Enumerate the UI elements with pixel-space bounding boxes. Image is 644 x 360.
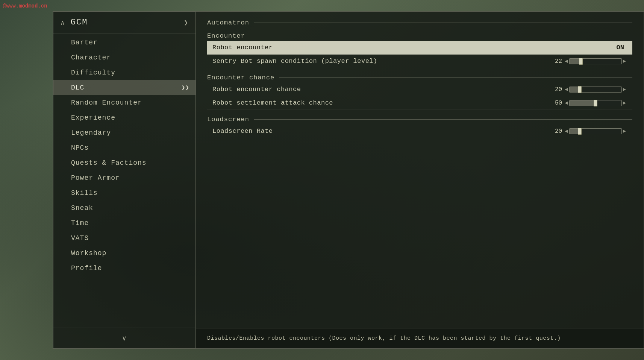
robot-encounter-chance-slider-container: 20 ◄ ►: [552, 86, 627, 93]
sidebar-item-legendary[interactable]: Legendary: [53, 125, 195, 140]
robot-encounter-chance-name: Robot encounter chance: [212, 86, 552, 93]
sentry-bot-name: Sentry Bot spawn condition (player level…: [212, 58, 552, 65]
sidebar-item-sneak[interactable]: Sneak: [53, 201, 195, 216]
encounter-line: [250, 36, 632, 36]
loadscreen-rate-decrease[interactable]: ◄: [564, 128, 569, 134]
sidebar-item-time[interactable]: Time: [53, 216, 195, 231]
nav-list: BarterCharacterDifficultyDLCRandom Encou…: [53, 33, 195, 328]
sidebar-item-barter[interactable]: Barter: [53, 35, 195, 50]
description-bar: Disables/Enables robot encounters (Does …: [196, 328, 644, 348]
sidebar-item-difficulty[interactable]: Difficulty: [53, 65, 195, 80]
scroll-up-icon[interactable]: ∧: [61, 18, 65, 27]
robot-encounter-name: Robot encounter: [212, 44, 617, 51]
gcm-footer: ∨: [53, 328, 195, 348]
automatron-label: Automatron: [207, 19, 249, 26]
sentry-bot-track[interactable]: [569, 58, 622, 64]
gcm-title: GCM: [71, 18, 184, 27]
robot-settlement-increase[interactable]: ►: [622, 100, 627, 106]
loadscreen-rate-slider-container: 20 ◄ ►: [552, 128, 627, 135]
robot-encounter-chance-thumb: [578, 86, 582, 93]
encounter-chance-section-header: Encounter chance: [207, 74, 632, 81]
robot-settlement-value: 50: [552, 100, 562, 106]
sentry-bot-thumb: [579, 58, 583, 65]
robot-encounter-chance-track[interactable]: [569, 87, 622, 93]
sidebar-item-skills[interactable]: Skills: [53, 185, 195, 201]
sidebar-item-quests-factions[interactable]: Quests & Factions: [53, 155, 195, 170]
sidebar-item-npcs[interactable]: NPCs: [53, 140, 195, 155]
robot-encounter-row[interactable]: Robot encounter ON: [207, 41, 632, 55]
loadscreen-section-header: Loadscreen: [207, 116, 632, 123]
sentry-bot-row[interactable]: Sentry Bot spawn condition (player level…: [207, 55, 632, 68]
scroll-down-icon[interactable]: ∨: [122, 334, 126, 342]
robot-settlement-name: Robot settlement attack chance: [212, 99, 552, 106]
loadscreen-rate-track[interactable]: [569, 128, 622, 134]
robot-settlement-row[interactable]: Robot settlement attack chance 50 ◄ ►: [207, 96, 632, 110]
encounter-chance-line: [279, 77, 632, 78]
sidebar-item-experience[interactable]: Experience: [53, 110, 195, 125]
encounter-section-header: Encounter: [207, 32, 632, 39]
robot-encounter-chance-increase[interactable]: ►: [622, 87, 627, 93]
sidebar-item-workshop[interactable]: Workshop: [53, 246, 195, 261]
robot-encounter-chance-decrease[interactable]: ◄: [564, 87, 569, 93]
loadscreen-rate-row[interactable]: Loadscreen Rate 20 ◄ ►: [207, 125, 632, 138]
sidebar-item-vats[interactable]: VATS: [53, 231, 195, 246]
robot-settlement-decrease[interactable]: ◄: [564, 100, 569, 106]
sidebar-item-dlc[interactable]: DLC: [53, 80, 195, 95]
border-top: [53, 12, 195, 12]
sentry-bot-value: 22: [552, 58, 562, 65]
right-content: Automatron Encounter Robot encounter ON …: [196, 12, 644, 328]
main-container: ∧ GCM ❯ BarterCharacterDifficultyDLCRand…: [53, 11, 644, 349]
border-bottom: [53, 348, 195, 348]
sidebar-item-power-armor[interactable]: Power Armor: [53, 170, 195, 185]
right-panel: Automatron Encounter Robot encounter ON …: [195, 11, 644, 349]
encounter-chance-label: Encounter chance: [207, 74, 274, 81]
loadscreen-line: [254, 119, 632, 120]
encounter-label: Encounter: [207, 32, 245, 39]
expand-icon[interactable]: ❯: [184, 18, 188, 27]
sidebar-item-random-encounter[interactable]: Random Encounter: [53, 95, 195, 110]
robot-settlement-fill: [570, 100, 596, 106]
left-panel: ∧ GCM ❯ BarterCharacterDifficultyDLCRand…: [53, 11, 195, 349]
robot-encounter-chance-value: 20: [552, 86, 562, 93]
loadscreen-rate-thumb: [578, 128, 582, 135]
robot-settlement-track[interactable]: [569, 100, 622, 106]
watermark: @www.modmod.cn: [3, 3, 47, 9]
description-text: Disables/Enables robot encounters (Does …: [207, 335, 561, 342]
loadscreen-rate-increase[interactable]: ►: [622, 128, 627, 134]
robot-encounter-chance-row[interactable]: Robot encounter chance 20 ◄ ►: [207, 83, 632, 96]
robot-encounter-value: ON: [617, 44, 624, 51]
automatron-section-header: Automatron: [207, 19, 632, 26]
sidebar-item-profile[interactable]: Profile: [53, 261, 195, 276]
loadscreen-label: Loadscreen: [207, 116, 249, 123]
sidebar-item-character[interactable]: Character: [53, 50, 195, 65]
sentry-bot-slider-container: 22 ◄ ►: [552, 58, 627, 65]
loadscreen-rate-value: 20: [552, 128, 562, 135]
robot-settlement-slider-container: 50 ◄ ►: [552, 100, 627, 106]
loadscreen-rate-name: Loadscreen Rate: [212, 128, 552, 135]
gcm-header: ∧ GCM ❯: [53, 12, 195, 33]
automatron-line: [254, 23, 632, 23]
sentry-bot-increase[interactable]: ►: [622, 58, 627, 64]
sentry-bot-decrease[interactable]: ◄: [564, 58, 569, 64]
robot-settlement-thumb: [594, 100, 597, 106]
